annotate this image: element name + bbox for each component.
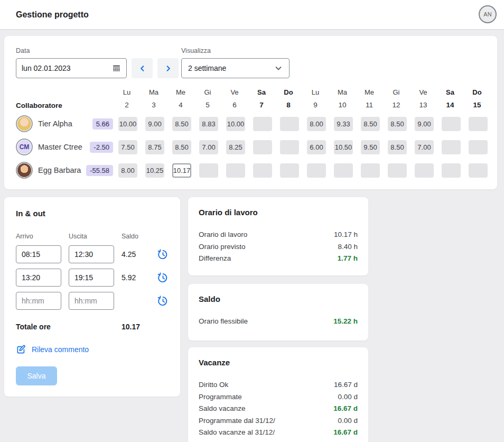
prev-period-button[interactable] [132, 58, 153, 78]
hours-cell[interactable]: 8.75 [145, 140, 164, 154]
hours-cell[interactable]: 8.00 [307, 117, 326, 131]
hours-cell[interactable] [442, 117, 461, 131]
hours-cell[interactable]: 9.00 [145, 117, 164, 131]
inout-rows: 4.25 5.92 [16, 245, 169, 310]
day-header: Do15 [468, 88, 487, 109]
save-button[interactable]: Salva [16, 366, 57, 385]
day-name: Sa [441, 88, 460, 96]
hours-cell[interactable] [280, 117, 299, 131]
hours-cell[interactable]: 6.00 [307, 140, 326, 154]
history-icon [157, 248, 169, 260]
day-header: Lu2 [117, 88, 136, 109]
worktime-panel: Orario di lavoro Orario di lavoro10.17 h… [188, 197, 368, 275]
stat-label: Diritto Ok [199, 381, 228, 389]
hours-cell[interactable]: 8.50 [388, 140, 407, 154]
hours-cell[interactable] [199, 163, 218, 178]
arrival-input[interactable] [16, 269, 61, 287]
hours-cell[interactable] [253, 117, 272, 131]
history-button[interactable] [157, 272, 169, 283]
stat-row: Saldo vacanze al 31/12/16.67 d [199, 429, 358, 436]
day-number: 11 [360, 101, 379, 109]
hours-cell[interactable]: 8.50 [172, 117, 191, 131]
user-avatar[interactable]: AN [479, 5, 497, 23]
hours-cell[interactable] [415, 163, 434, 178]
day-number: 3 [144, 101, 163, 109]
hours-cell[interactable]: 8.00 [118, 163, 137, 178]
departure-input[interactable] [69, 269, 114, 287]
hours-cell[interactable]: 10.17 [172, 163, 191, 178]
hours-cell[interactable]: 9.00 [415, 117, 434, 131]
hours-cell[interactable] [307, 163, 326, 178]
hours-cell[interactable] [334, 163, 353, 178]
hours-cell[interactable] [442, 163, 461, 178]
day-number: 12 [387, 101, 406, 109]
balance-column-label: Saldo [122, 233, 138, 240]
next-period-button[interactable] [157, 58, 179, 78]
hours-cell[interactable]: 7.50 [118, 140, 137, 154]
hours-cell[interactable] [469, 117, 488, 131]
hours-cell[interactable]: 9.33 [334, 117, 353, 131]
day-number: 10 [333, 101, 352, 109]
hours-cell[interactable]: 10.50 [334, 140, 353, 154]
calendar-controls: Data lun 02.01.2023 [16, 47, 179, 78]
view-select-value: 2 settimane [188, 64, 274, 72]
hours-cell[interactable]: 8.83 [199, 117, 218, 131]
balance-badge: -2.50 [90, 142, 113, 153]
calendar-panel: Data lun 02.01.2023 [4, 36, 497, 189]
hours-cell[interactable]: 7.00 [199, 140, 218, 154]
hours-cell[interactable] [469, 140, 488, 154]
hours-cell[interactable]: 9.50 [361, 140, 380, 154]
balance-badge: 5.66 [92, 118, 113, 130]
worktime-rows: Orario di lavoro10.17 hOrario previsto8.… [199, 231, 358, 262]
calendar-icon[interactable] [112, 64, 121, 73]
departure-input[interactable] [69, 245, 114, 263]
row-balance-value: 4.25 [122, 250, 152, 259]
hours-cell[interactable]: 8.50 [172, 140, 191, 154]
add-comment-link[interactable]: Rileva commento [16, 344, 169, 355]
departure-input[interactable] [69, 292, 114, 310]
stat-value: 0.00 d [338, 393, 358, 401]
worktime-title: Orario di lavoro [199, 208, 358, 217]
day-number: 9 [306, 101, 325, 109]
stat-row: Diritto Ok16.67 d [199, 381, 358, 389]
arrival-input[interactable] [16, 245, 61, 263]
hours-cell[interactable] [388, 163, 407, 178]
top-bar: Gestione progetto AN [0, 0, 504, 29]
hours-cell[interactable] [226, 163, 245, 178]
hours-cell[interactable] [253, 140, 272, 154]
hours-cell[interactable]: 10.25 [145, 163, 164, 178]
stat-value: 16.67 d [334, 381, 358, 389]
hours-cell[interactable]: 10.00 [118, 117, 137, 131]
date-input[interactable]: lun 02.01.2023 [16, 58, 127, 78]
hours-cell[interactable] [469, 163, 488, 178]
hours-cell[interactable] [280, 140, 299, 154]
hours-cell[interactable]: 8.25 [226, 140, 245, 154]
stat-label: Orario previsto [199, 243, 246, 251]
day-number: 6 [225, 101, 244, 109]
history-button[interactable] [157, 248, 169, 260]
arrival-column-label: Arrivo [16, 233, 69, 240]
day-header: Ve13 [414, 88, 433, 109]
stat-value: 1.77 h [338, 255, 358, 262]
stat-row: Orario previsto8.40 h [199, 243, 358, 251]
hours-cell[interactable] [361, 163, 380, 178]
user-avatar-initials: AN [483, 11, 491, 17]
balance-badge: -55.58 [86, 165, 113, 176]
hours-cell[interactable]: 7.00 [415, 140, 434, 154]
stat-value: 0.00 d [338, 417, 358, 425]
hours-cell[interactable]: 10.00 [226, 117, 245, 131]
hours-cell[interactable] [253, 163, 272, 178]
arrival-input[interactable] [16, 292, 61, 310]
day-header: Gi12 [387, 88, 406, 109]
day-name: Sa [252, 88, 271, 96]
hours-cell[interactable]: 8.50 [388, 117, 407, 131]
hours-cell[interactable]: 8.50 [361, 117, 380, 131]
history-button[interactable] [157, 295, 169, 307]
vacation-panel: Vacanze Diritto Ok16.67 dProgrammate0.00… [188, 347, 368, 442]
avatar-initials: CM [20, 143, 30, 151]
stat-value: 8.40 h [338, 243, 358, 251]
view-select[interactable]: 2 settimane [181, 58, 290, 78]
chevron-left-icon [138, 65, 146, 72]
hours-cell[interactable] [280, 163, 299, 178]
hours-cell[interactable] [442, 140, 461, 154]
